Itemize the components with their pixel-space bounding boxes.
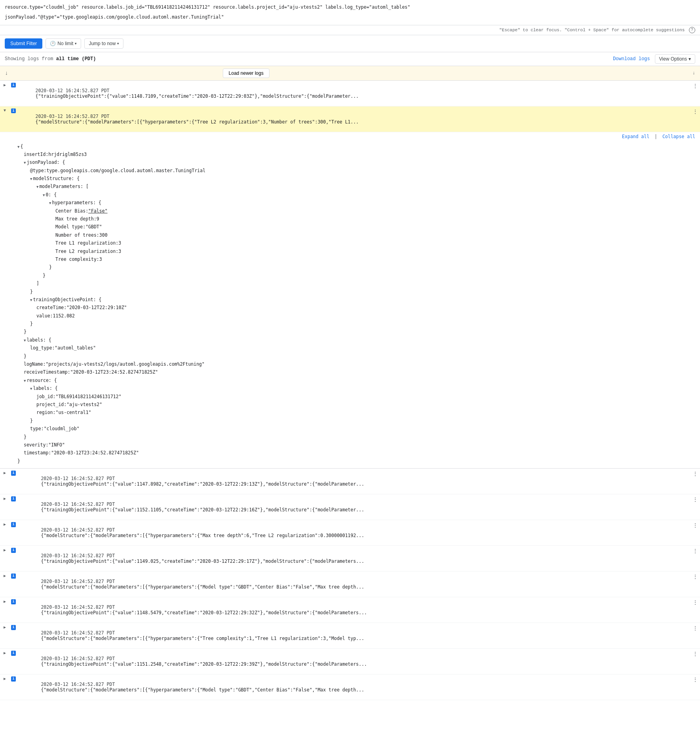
log-row-bottom-7[interactable]: ▶ i 2020-03-12 16:24:52.827 PDT {"modelS… [0, 623, 700, 649]
bottom-rows: ▶ i 2020-03-12 16:24:52.827 PDT {"traini… [0, 469, 700, 700]
root-toggle[interactable]: ▼ [17, 144, 19, 150]
expand-all-link[interactable]: Expand all [622, 134, 649, 139]
download-logs-link[interactable]: Download logs [613, 56, 650, 62]
jump-to-now-button[interactable]: Jump to now ▾ [84, 38, 123, 49]
showing-bar: Showing logs from all time (PDT) Downloa… [0, 52, 700, 66]
log-row-bottom-2[interactable]: ▶ i 2020-03-12 16:24:52.827 PDT {"traini… [0, 494, 700, 520]
row-menu-b8[interactable]: ⋮ [691, 649, 700, 657]
severity-badge-b8: i [9, 649, 17, 656]
row-text-b4: {"trainingObjectivePoint":{"value":1149.… [41, 558, 364, 564]
row-toggle-b9[interactable]: ▶ [0, 675, 9, 681]
timestamp-b3: 2020-03-12 16:24:52.827 PDT [41, 527, 115, 533]
center-bias-val: "False" [88, 207, 107, 215]
row-menu-b2[interactable]: ⋮ [691, 495, 700, 503]
region-val: "us-central1" [55, 409, 91, 416]
severity-badge-b5: i [9, 572, 17, 579]
timestamp-b2: 2020-03-12 16:24:52.827 PDT [41, 501, 115, 507]
row-toggle-b6[interactable]: ▶ [0, 598, 9, 604]
log-row-bottom-1[interactable]: ▶ i 2020-03-12 16:24:52.827 PDT {"traini… [0, 469, 700, 494]
log-row-bottom-4[interactable]: ▶ i 2020-03-12 16:24:52.827 PDT {"traini… [0, 546, 700, 572]
info-badge-b7: i [11, 625, 15, 630]
hyperparams-toggle[interactable]: ▼ [49, 200, 51, 206]
info-badge-b6: i [11, 599, 15, 604]
no-limit-caret: ▾ [75, 42, 77, 46]
row-toggle-1[interactable]: ▶ [0, 82, 9, 87]
labels-toggle[interactable]: ▼ [24, 338, 26, 343]
modelparams-toggle[interactable]: ▼ [36, 184, 38, 190]
tree-jsonpayload: ▼ jsonPayload: { [17, 158, 695, 166]
tree-param0: ▼ 0: { [17, 191, 695, 199]
log-row-bottom-6[interactable]: ▶ i 2020-03-12 16:24:52.827 PDT {"traini… [0, 597, 700, 623]
clock-icon: 🕐 [50, 41, 56, 46]
row-menu-2[interactable]: ⋮ [691, 107, 700, 115]
tree-modelstructure-close: } [17, 288, 695, 296]
tree-training-obj: ▼ trainingObjectivePoint: { [17, 296, 695, 304]
row-toggle-b2[interactable]: ▶ [0, 495, 9, 501]
view-options-button[interactable]: View Options ▾ [655, 54, 695, 64]
row-text-1: {"trainingObjectivePoint":{"value":1148.… [36, 93, 359, 99]
row-toggle-b1[interactable]: ▶ [0, 469, 9, 475]
num-trees-val: 300 [99, 232, 108, 239]
modelstructure-toggle[interactable]: ▼ [30, 176, 32, 182]
submit-filter-button[interactable]: Submit Filter [5, 38, 42, 49]
severity-badge-b7: i [9, 624, 17, 630]
load-newer-button[interactable]: Load newer logs [223, 68, 269, 78]
project-id-val: "aju-vtests2" [66, 401, 102, 408]
no-limit-button[interactable]: 🕐 No limit ▾ [46, 38, 81, 49]
row-content-b7: 2020-03-12 16:24:52.827 PDT {"modelStruc… [17, 624, 691, 648]
row-content-b6: 2020-03-12 16:24:52.827 PDT {"trainingOb… [17, 598, 691, 622]
tree-timestamp: timestamp: "2020-03-12T23:24:52.82747182… [17, 449, 695, 457]
tree-l2: Tree L2 regularization: 3 [17, 247, 695, 255]
expand-collapse-links[interactable]: Expand all | Collapse all [622, 134, 695, 139]
row-menu-b6[interactable]: ⋮ [691, 598, 700, 606]
row-toggle-b8[interactable]: ▶ [0, 649, 9, 655]
param0-toggle[interactable]: ▼ [43, 192, 45, 198]
row-menu-b7[interactable]: ⋮ [691, 624, 700, 632]
tree-modelparams: ▼ modelParameters: [ [17, 182, 695, 190]
row-menu-b1[interactable]: ⋮ [691, 469, 700, 477]
jsonpayload-toggle[interactable]: ▼ [24, 160, 26, 165]
row-toggle-b4[interactable]: ▶ [0, 547, 9, 553]
log-row-2[interactable]: ▼ i 2020-03-12 16:24:52.827 PDT {"modelS… [0, 106, 700, 132]
row-content-b9: 2020-03-12 16:24:52.827 PDT {"modelStruc… [17, 675, 691, 699]
help-icon[interactable]: ? [689, 27, 695, 33]
row-text-2: {"modelStructure":{"modelParameters":[{"… [36, 119, 359, 125]
tree-l2-key: Tree L2 regularization: [55, 248, 118, 255]
row-menu-b4[interactable]: ⋮ [691, 547, 700, 555]
training-obj-toggle[interactable]: ▼ [30, 297, 32, 303]
timestamp-b8: 2020-03-12 16:24:52.827 PDT [41, 656, 115, 661]
resource-type-val: "cloudml_job" [44, 425, 80, 432]
max-depth-key: Max tree depth: [55, 215, 97, 222]
row-toggle-2[interactable]: ▼ [0, 107, 9, 113]
jump-caret: ▾ [117, 42, 119, 46]
obj-value-val: 1152.082 [53, 312, 75, 319]
resource-toggle[interactable]: ▼ [24, 378, 26, 384]
num-trees-key: Number of trees: [55, 232, 99, 239]
tree-project-id: project_id: "aju-vtests2" [17, 401, 695, 408]
tree-complexity-val: 3 [99, 256, 102, 263]
down-arrow-left-icon: ↓ [5, 70, 8, 76]
row-toggle-b7[interactable]: ▶ [0, 624, 9, 630]
collapse-all-link[interactable]: Collapse all [662, 134, 695, 139]
attype-val: type.googleapis.com/google.cloud.automl.… [47, 167, 206, 174]
log-row-1[interactable]: ▶ i 2020-03-12 16:24:52.827 PDT {"traini… [0, 81, 700, 106]
tree-insertid: insertId: hrjdriglm85zs3 [17, 150, 695, 158]
model-type-key: Model type: [55, 223, 85, 230]
expand-collapse-separator: | [654, 134, 660, 139]
row-menu-b3[interactable]: ⋮ [691, 521, 700, 529]
resource-labels-toggle[interactable]: ▼ [30, 386, 32, 391]
row-toggle-b3[interactable]: ▶ [0, 521, 9, 527]
row-toggle-b5[interactable]: ▶ [0, 572, 9, 578]
log-row-bottom-3[interactable]: ▶ i 2020-03-12 16:24:52.827 PDT {"modelS… [0, 520, 700, 546]
log-row-bottom-9[interactable]: ▶ i 2020-03-12 16:24:52.827 PDT {"modelS… [0, 674, 700, 700]
tree-center-bias: Center Bias: "False" [17, 207, 695, 215]
row-menu-b5[interactable]: ⋮ [691, 572, 700, 580]
log-row-bottom-5[interactable]: ▶ i 2020-03-12 16:24:52.827 PDT {"modelS… [0, 572, 700, 597]
row-menu-b9[interactable]: ⋮ [691, 675, 700, 683]
tree-resource-labels: ▼ labels: { [17, 384, 695, 392]
severity-badge-2: i [9, 107, 17, 114]
tree-region: region: "us-central1" [17, 408, 695, 416]
tree-receive-ts: receiveTimestamp: "2020-03-12T23:24:52.8… [17, 368, 695, 376]
row-menu-1[interactable]: ⋮ [691, 82, 700, 89]
log-row-bottom-8[interactable]: ▶ i 2020-03-12 16:24:52.827 PDT {"traini… [0, 649, 700, 674]
